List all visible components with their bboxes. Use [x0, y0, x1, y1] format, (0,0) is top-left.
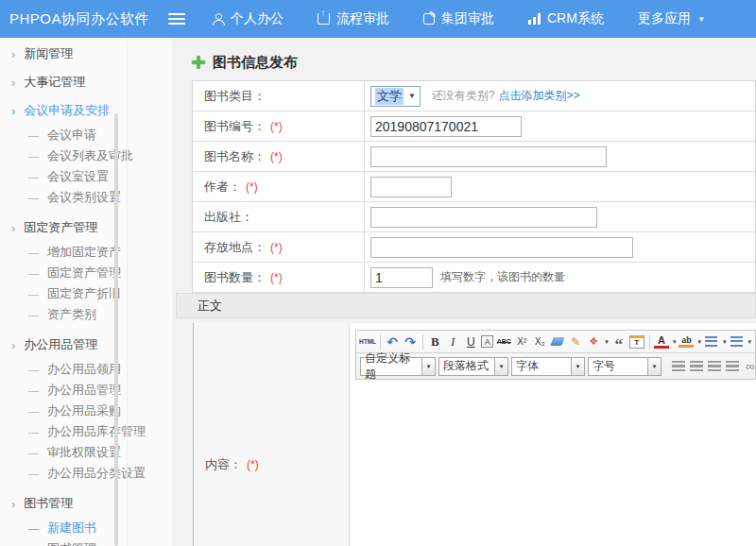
- sidebar-item-add-asset[interactable]: —增加固定资产: [0, 242, 172, 263]
- align-left-button[interactable]: [671, 358, 686, 375]
- chevron-right-icon: ›: [11, 104, 15, 118]
- sidebar-scrollbar[interactable]: [114, 113, 118, 546]
- nav-label: 更多应用: [638, 10, 691, 27]
- paste-text-button[interactable]: T: [629, 335, 644, 349]
- nav-workflow-approval[interactable]: 流程审批: [318, 10, 389, 27]
- plus-icon: [192, 56, 205, 69]
- font-style-button[interactable]: A: [481, 335, 493, 348]
- sidebar-item-label: 办公用品管理: [47, 382, 121, 399]
- undo-button[interactable]: ↶: [385, 333, 400, 350]
- category-select[interactable]: 文学 ▼: [370, 86, 421, 107]
- required-marker: (*): [270, 241, 283, 254]
- dash-icon: —: [28, 447, 39, 458]
- ordered-list-button[interactable]: [704, 333, 719, 350]
- nav-group-approval[interactable]: 集团审批: [423, 10, 494, 27]
- sidebar-item-office-supplies[interactable]: ›办公用品管理: [0, 331, 172, 359]
- align-right-button[interactable]: [707, 358, 722, 375]
- form-row-author: 作者： (*): [193, 172, 755, 202]
- sidebar-item-supplies-category[interactable]: —办公用品分类设置: [0, 463, 172, 484]
- sidebar-item-asset-depreciation[interactable]: —固定资产折旧: [0, 283, 172, 304]
- nav-more-apps[interactable]: 更多应用 ▾: [638, 10, 704, 27]
- sidebar-item-supplies-manage[interactable]: —办公用品管理: [0, 380, 172, 401]
- field-label: 存放地点：: [204, 239, 266, 256]
- clean-format-button[interactable]: ✎: [568, 333, 583, 350]
- hamburger-menu-icon[interactable]: [168, 13, 185, 25]
- custom-heading-select[interactable]: 自定义标题 ▾: [360, 357, 436, 376]
- author-input[interactable]: [370, 177, 452, 197]
- sidebar-item-supplies-inventory[interactable]: —办公用品库存管理: [0, 421, 172, 442]
- sidebar-item-meeting-room[interactable]: —会议室设置: [0, 166, 172, 187]
- font-size-select[interactable]: 字号 ▾: [588, 357, 662, 376]
- chevron-right-icon: ›: [11, 47, 15, 61]
- caret-down-icon[interactable]: ▾: [673, 338, 677, 346]
- dash-icon: —: [28, 468, 39, 479]
- editor-content-area[interactable]: [355, 380, 756, 546]
- sidebar-item-meeting-list[interactable]: —会议列表及审批: [0, 145, 172, 166]
- field-label: 图书类目：: [193, 81, 365, 111]
- dash-icon: —: [28, 384, 39, 396]
- content-label-cell: 内容： (*): [193, 323, 350, 546]
- chevron-right-icon: ›: [11, 221, 15, 235]
- nav-label: 流程审批: [336, 10, 389, 27]
- book-no-input[interactable]: [370, 116, 522, 137]
- required-marker: (*): [270, 150, 283, 163]
- publisher-input[interactable]: [370, 207, 597, 228]
- highlight-color-button[interactable]: ab: [679, 335, 694, 348]
- nav-crm-system[interactable]: CRM系统: [528, 10, 604, 27]
- unordered-list-button[interactable]: [729, 333, 744, 350]
- section-title: 正文: [198, 298, 222, 315]
- sidebar-item-supplies-purchase[interactable]: —办公用品采购: [0, 401, 172, 421]
- field-label: 内容：: [205, 456, 242, 473]
- html-source-button[interactable]: HTML: [360, 333, 375, 350]
- format-painter-button[interactable]: ❖: [586, 333, 601, 350]
- sidebar-item-book-manage[interactable]: —图书管理: [0, 538, 172, 546]
- add-category-link[interactable]: 点击添加类别>>: [499, 88, 580, 104]
- book-name-input[interactable]: [370, 146, 607, 167]
- sidebar-item-book-management[interactable]: ›图书管理: [0, 489, 172, 518]
- quantity-input[interactable]: [370, 267, 433, 288]
- eraser-button[interactable]: [550, 333, 565, 350]
- nav-personal-office[interactable]: 个人办公: [212, 10, 284, 27]
- dash-icon: —: [28, 171, 39, 182]
- sidebar-item-meeting-management[interactable]: ›会议申请及安排: [0, 96, 172, 125]
- caret-down-icon[interactable]: ▾: [605, 338, 609, 346]
- subscript-button[interactable]: X₂: [532, 333, 547, 350]
- sidebar-item-news[interactable]: ›新闻管理: [0, 40, 172, 68]
- blockquote-button[interactable]: “: [611, 333, 627, 350]
- sidebar-item-new-book[interactable]: —新建图书: [0, 518, 172, 538]
- sidebar-item-label: 图书管理: [24, 495, 73, 512]
- sidebar-item-asset-manage[interactable]: —固定资产管理: [0, 263, 172, 283]
- sidebar-item-meeting-apply[interactable]: —会议申请: [0, 125, 172, 145]
- paragraph-format-select[interactable]: 段落格式 ▾: [438, 357, 508, 376]
- caret-down-icon[interactable]: ▾: [697, 338, 701, 346]
- font-color-button[interactable]: A: [654, 335, 669, 349]
- sidebar-item-memorabilia[interactable]: ›大事记管理: [0, 68, 172, 96]
- sidebar-item-asset-category[interactable]: —资产类别: [0, 304, 172, 325]
- redo-button[interactable]: ↷: [403, 333, 418, 350]
- chevron-right-icon: ›: [11, 76, 15, 90]
- sidebar-item-approval-permission[interactable]: —审批权限设置: [0, 442, 172, 463]
- strikethrough-button[interactable]: ABC: [496, 333, 511, 350]
- font-family-select[interactable]: 字体 ▾: [511, 357, 585, 376]
- sidebar-item-supplies-claim[interactable]: —办公用品领用: [0, 359, 172, 380]
- field-label: 图书数量：: [204, 269, 266, 286]
- caret-down-icon[interactable]: ▾: [723, 338, 727, 346]
- italic-button[interactable]: I: [445, 333, 460, 350]
- bold-button[interactable]: B: [427, 333, 442, 350]
- caret-down-icon[interactable]: ▾: [747, 338, 751, 346]
- location-input[interactable]: [370, 237, 633, 258]
- dash-icon: —: [28, 405, 39, 417]
- form-row-book-name: 图书名称： (*): [193, 142, 755, 172]
- insert-link-button[interactable]: ∞: [743, 358, 756, 375]
- align-center-button[interactable]: [689, 358, 704, 375]
- sidebar-item-meeting-category[interactable]: —会议类别设置: [0, 187, 172, 208]
- superscript-button[interactable]: X²: [514, 333, 529, 350]
- rich-text-editor[interactable]: HTML ↶ ↷ B I U A ABC X² X₂ ✎: [350, 323, 756, 546]
- sidebar-item-fixed-assets[interactable]: ›固定资产管理: [0, 213, 172, 242]
- eraser-icon: [551, 337, 565, 346]
- dash-icon: —: [28, 309, 39, 320]
- sidebar-item-label: 固定资产管理: [24, 219, 97, 236]
- sidebar-item-label: 资产类别: [47, 306, 96, 323]
- underline-button[interactable]: U: [463, 333, 478, 350]
- align-justify-button[interactable]: [725, 358, 740, 375]
